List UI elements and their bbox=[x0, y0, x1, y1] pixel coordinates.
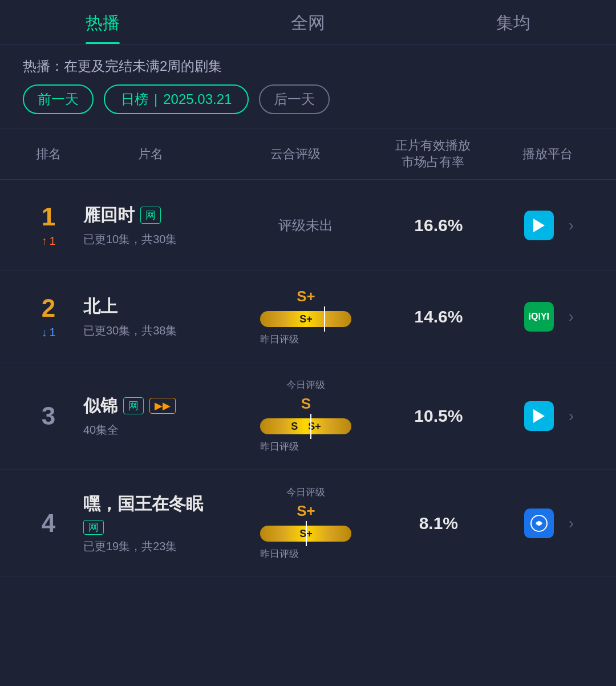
date-controls: 前一天 日榜 | 2025.03.21 后一天 bbox=[0, 84, 616, 128]
tab-hot[interactable]: 热播 bbox=[0, 11, 205, 44]
rating-grade-3: S bbox=[301, 395, 311, 413]
platform-block-1: › bbox=[505, 211, 593, 240]
next-day-button[interactable]: 后一天 bbox=[259, 84, 330, 114]
play-icon bbox=[533, 219, 545, 232]
rating-labels-3: 昨日评级 bbox=[260, 440, 351, 453]
down-arrow-icon: ↓ bbox=[41, 326, 47, 339]
table-header: 排名 片名 云合评级 正片有效播放 市场占有率 播放平台 bbox=[0, 128, 616, 180]
rating-bar-3: S S+ bbox=[260, 416, 351, 437]
row-arrow-2[interactable]: › bbox=[569, 308, 574, 326]
platform-block-3: › bbox=[505, 401, 593, 431]
rating-block-1: 评级未出 bbox=[240, 216, 372, 235]
rating-labels-2: 昨日评级 bbox=[260, 333, 351, 346]
market-block-3: 10.5% bbox=[372, 406, 505, 426]
rating-needle-2 bbox=[324, 306, 325, 332]
badge-wang-3: 网 bbox=[123, 397, 144, 414]
rating-grade-2: S+ bbox=[297, 288, 315, 305]
rating-bar-label-3: S S+ bbox=[291, 419, 321, 433]
header-market: 正片有效播放 市场占有率 bbox=[364, 138, 502, 170]
rating-bar-bg-3: S S+ bbox=[260, 418, 351, 434]
rating-bar-label-2: S+ bbox=[299, 313, 313, 325]
row-arrow-4[interactable]: › bbox=[569, 514, 574, 532]
rank-block-3: 3 bbox=[23, 402, 74, 430]
play-icon-3 bbox=[533, 409, 545, 423]
rank-block-1: 1 ↑ 1 bbox=[23, 203, 74, 248]
badge-wang-4: 网 bbox=[83, 520, 104, 535]
rating-needle-4 bbox=[306, 521, 307, 546]
drama-sub-2: 已更30集，共38集 bbox=[83, 323, 230, 338]
youku-icon-3 bbox=[524, 401, 554, 431]
name-block-3: 似锦 网 ▶▶ 40集全 bbox=[74, 394, 240, 438]
drama-row-2: 2 ↓ 1 北上 已更30集，共38集 S+ S+ 昨日评级 14.6% iQI… bbox=[0, 271, 616, 362]
tengxun-svg bbox=[530, 514, 548, 532]
rank-number-1: 1 bbox=[42, 203, 55, 231]
drama-sub-4: 已更19集，共23集 bbox=[83, 539, 230, 554]
rank-number-2: 2 bbox=[42, 294, 55, 322]
header-platform: 播放平台 bbox=[501, 146, 593, 163]
badge-speed-3: ▶▶ bbox=[149, 398, 176, 414]
rating-block-2: S+ S+ 昨日评级 bbox=[240, 288, 372, 346]
tab-avg[interactable]: 集均 bbox=[411, 11, 616, 44]
platform-block-2: iQIYI › bbox=[505, 302, 593, 332]
rating-grade-4: S+ bbox=[297, 502, 315, 520]
name-block-4: 嘿，国王在冬眠 网 已更19集，共23集 bbox=[74, 493, 240, 554]
rating-bar-2: S+ bbox=[260, 309, 351, 329]
name-block-2: 北上 已更30集，共38集 bbox=[74, 295, 240, 338]
rating-labels-4: 昨日评级 bbox=[260, 547, 351, 560]
tengxun-icon-4 bbox=[524, 509, 554, 538]
drama-sub-1: 已更10集，共30集 bbox=[83, 232, 230, 247]
rating-needle-3 bbox=[310, 414, 311, 439]
rank-change-2: ↓ 1 bbox=[41, 326, 55, 339]
tab-bar: 热播 全网 集均 bbox=[0, 0, 616, 45]
market-block-1: 16.6% bbox=[372, 216, 505, 235]
drama-title-3: 似锦 网 ▶▶ bbox=[83, 394, 230, 418]
rating-bar-bg-2: S+ bbox=[260, 311, 351, 327]
market-block-2: 14.6% bbox=[372, 307, 505, 326]
youku-icon-1 bbox=[524, 211, 554, 240]
drama-row-4: 4 嘿，国王在冬眠 网 已更19集，共23集 今日评级 S+ S+ 昨日评级 8… bbox=[0, 470, 616, 577]
market-block-4: 8.1% bbox=[372, 514, 505, 533]
drama-title-4: 嘿，国王在冬眠 bbox=[83, 493, 214, 516]
name-block-1: 雁回时 网 已更10集，共30集 bbox=[74, 204, 240, 247]
row-arrow-3[interactable]: › bbox=[569, 407, 574, 425]
rank-number-3: 3 bbox=[42, 402, 55, 430]
description-text: 热播：在更及完结未满2周的剧集 bbox=[0, 45, 616, 84]
drama-title-2: 北上 bbox=[83, 295, 230, 318]
rating-bar-bg-4: S+ bbox=[260, 526, 351, 542]
rank-number-4: 4 bbox=[42, 509, 55, 538]
rating-pending-1: 评级未出 bbox=[278, 216, 333, 235]
header-rating: 云合评级 bbox=[227, 146, 364, 163]
row-arrow-1[interactable]: › bbox=[569, 216, 574, 235]
drama-row-1: 1 ↑ 1 雁回时 网 已更10集，共30集 评级未出 16.6% › bbox=[0, 180, 616, 271]
tab-all[interactable]: 全网 bbox=[205, 11, 411, 44]
header-rank: 排名 bbox=[23, 146, 74, 163]
iqiyi-icon-2: iQIYI bbox=[524, 302, 554, 332]
rank-block-2: 2 ↓ 1 bbox=[23, 294, 74, 339]
rating-block-3: 今日评级 S S S+ 昨日评级 bbox=[240, 378, 372, 453]
date-display: 日榜 | 2025.03.21 bbox=[104, 84, 249, 114]
rank-change-1: ↑ 1 bbox=[41, 235, 55, 248]
badge-wang-1: 网 bbox=[140, 207, 161, 224]
rating-bar-4: S+ bbox=[260, 523, 351, 544]
drama-sub-3: 40集全 bbox=[83, 422, 230, 438]
header-name: 片名 bbox=[74, 146, 227, 163]
drama-row-3: 3 似锦 网 ▶▶ 40集全 今日评级 S S S+ 昨日评级 10.5% › bbox=[0, 362, 616, 470]
rating-block-4: 今日评级 S+ S+ 昨日评级 bbox=[240, 486, 372, 560]
rank-block-4: 4 bbox=[23, 509, 74, 538]
platform-block-4: › bbox=[505, 509, 593, 538]
drama-title-1: 雁回时 网 bbox=[83, 204, 230, 227]
prev-day-button[interactable]: 前一天 bbox=[23, 84, 94, 114]
up-arrow-icon: ↑ bbox=[41, 235, 47, 248]
